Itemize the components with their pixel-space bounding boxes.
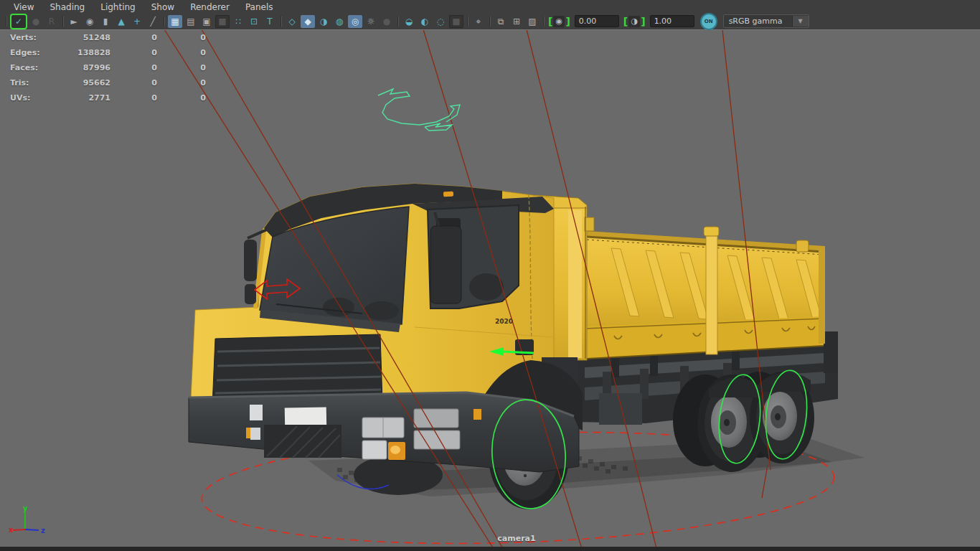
menu-renderer[interactable]: Renderer [182, 1, 237, 13]
flat-shade-icon[interactable]: ◑ [316, 15, 331, 28]
bed-rear-post [819, 250, 825, 344]
image-output-icon[interactable]: ▨ [525, 15, 540, 28]
smooth-shade-icon[interactable]: ◆ [301, 15, 315, 28]
look-through-selected-icon[interactable]: ✓ [11, 15, 26, 28]
contrast-icon[interactable]: [◑] [623, 16, 646, 27]
menu-lighting[interactable]: Lighting [93, 1, 143, 13]
hud-row-edges: Edges:13882800 [10, 45, 206, 60]
hud-label: UVs: [10, 93, 55, 103]
hud-label: Tris: [10, 78, 55, 88]
hud-row-uvs: UVs:277100 [10, 90, 206, 105]
hud-label: Edges: [10, 48, 55, 57]
axis-gizmo: y x z [7, 504, 50, 540]
hud-col2: 0 [157, 78, 206, 88]
z-axis-line [25, 529, 39, 530]
toolbar-separator [395, 16, 401, 27]
left-mirror-lower[interactable] [245, 284, 256, 304]
panel-menu-bar: ViewShadingLightingShowRendererPanels [0, 0, 980, 14]
motion-blur-icon[interactable]: ◐ [418, 15, 432, 28]
toolbar-separator [540, 16, 547, 27]
bumper-mesh-grille [264, 425, 341, 458]
pan-zoom-icon[interactable]: + [130, 15, 144, 28]
chevron-down-icon: ▼ [792, 16, 809, 27]
field-chart-icon[interactable]: ∷ [231, 15, 245, 28]
exposure-icon[interactable]: [◉] [548, 16, 570, 27]
hud-col1: 0 [110, 78, 157, 88]
image-plane-icon[interactable]: ▲ [114, 15, 128, 28]
x-axis-label: x [9, 526, 14, 534]
film-gate-icon[interactable]: ▤ [184, 15, 198, 28]
gamma-toggle[interactable]: ON [700, 13, 717, 30]
viewport-bottom-edge [0, 547, 980, 551]
hud-col1: 0 [110, 63, 157, 72]
menu-panels[interactable]: Panels [237, 1, 281, 13]
anti-alias-icon[interactable]: ◌ [433, 15, 448, 28]
hud-col1: 0 [110, 93, 157, 103]
toolbar-separator [161, 16, 167, 27]
contrast-field[interactable] [650, 15, 694, 27]
hud-label: Faces: [10, 63, 55, 72]
measure-tool-icon[interactable]: ╱ [146, 15, 160, 28]
colorspace-dropdown[interactable]: sRGB gamma▼ [723, 14, 809, 28]
roof-marker-light [443, 192, 453, 197]
hud-col2: 0 [157, 63, 206, 72]
hud-col2: 0 [157, 33, 206, 42]
hud-value: 87996 [55, 63, 110, 72]
hud-row-verts: Verts:5124800 [10, 30, 206, 45]
snapshot-icon[interactable]: R [44, 15, 59, 28]
object-select-icon[interactable]: ⌖ [471, 15, 486, 28]
depth-of-field-icon[interactable]: ■ [449, 15, 463, 28]
hud-value: 2771 [55, 93, 110, 103]
bookmark-icon[interactable]: ▮ [98, 15, 113, 28]
left-mirror-upper[interactable] [244, 240, 257, 281]
hud-value: 51248 [55, 33, 110, 42]
bed-side-post [706, 234, 717, 354]
z-axis-label: z [41, 527, 45, 534]
grid-icon[interactable]: ▦ [168, 15, 182, 28]
maya-viewport-window: 2020 [0, 0, 980, 551]
menu-shading[interactable]: Shading [42, 1, 93, 13]
toolbar-separator [464, 16, 471, 27]
render-region-icon[interactable]: ● [29, 15, 43, 28]
right-mirror[interactable] [430, 226, 461, 303]
y-axis-label: y [23, 504, 28, 512]
toolbar-separator [3, 16, 9, 27]
hud-value: 138828 [55, 48, 110, 57]
hud-row-tris: Tris:9566200 [10, 75, 206, 90]
shadows-icon[interactable]: ● [380, 15, 394, 28]
hud-col2: 0 [157, 48, 206, 57]
camera-attributes-icon[interactable]: ◉ [83, 15, 97, 28]
panel-toolbar: ✓●R►◉▮▲+╱▦▤▣■∷⊡T◇◆◑◍◎☼●◒◐◌■⌖⧉⊞▨[◉][◑]ONs… [0, 14, 980, 29]
hud-col2: 0 [157, 93, 206, 103]
default-lighting-icon[interactable]: ☼ [364, 15, 378, 28]
select-camera-icon[interactable]: ► [67, 15, 81, 28]
hud-col1: 0 [110, 48, 157, 57]
toolbar-separator [60, 16, 66, 27]
toolbar-separator [486, 16, 493, 27]
exposure-field[interactable] [575, 15, 619, 27]
resolution-gate-icon[interactable]: ▣ [199, 15, 214, 28]
safe-action-icon[interactable]: ⊡ [247, 15, 261, 28]
poly-count-hud: Verts:5124800Edges:13882800Faces:8799600… [10, 30, 206, 105]
menu-show[interactable]: Show [143, 1, 182, 13]
tear-off-copy-icon[interactable]: ⊞ [509, 15, 524, 28]
use-all-lights-icon[interactable]: ◎ [348, 15, 362, 28]
isolate-select-icon[interactable]: ⧉ [494, 15, 508, 28]
toolbar-separator [278, 16, 284, 27]
menu-view[interactable]: View [6, 1, 42, 13]
hud-value: 95662 [55, 78, 110, 88]
wireframe-icon[interactable]: ◇ [285, 15, 299, 28]
camera-name-label: camera1 [0, 534, 980, 543]
dump-bed[interactable] [535, 195, 825, 360]
panel-top-bars: ViewShadingLightingShowRendererPanels ✓●… [0, 0, 980, 30]
textured-icon[interactable]: ◍ [332, 15, 347, 28]
door-year-label: 2020 [495, 318, 513, 325]
gate-mask-icon[interactable]: ■ [215, 15, 230, 28]
hud-row-faces: Faces:8799600 [10, 60, 206, 75]
safe-title-icon[interactable]: T [263, 15, 277, 28]
x-axis-line [13, 529, 25, 530]
occlusion-icon[interactable]: ◒ [402, 15, 416, 28]
hud-col1: 0 [110, 33, 157, 42]
hud-label: Verts: [10, 33, 55, 42]
